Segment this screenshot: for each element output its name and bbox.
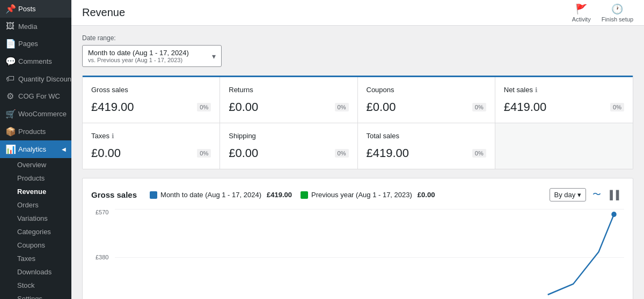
stat-value-shipping: £0.00 — [229, 146, 258, 160]
legend-checkbox-prev[interactable] — [301, 191, 308, 199]
net-sales-info-icon[interactable]: ℹ — [535, 86, 538, 94]
woocommerce-icon: 🛒 — [5, 109, 15, 119]
sidebar-label-analytics: Analytics — [18, 145, 46, 153]
legend-value-current: £419.00 — [267, 191, 292, 199]
sidebar-sub-variations[interactable]: Variations — [0, 212, 71, 225]
date-range-label: Date range: — [82, 34, 633, 42]
sidebar-sub-taxes[interactable]: Taxes — [0, 252, 71, 265]
topbar-actions: 🚩 Activity 🕐 Finish setup — [572, 3, 633, 23]
topbar: Revenue 🚩 Activity 🕐 Finish setup — [71, 0, 644, 26]
legend-label-current: Month to date (Aug 1 - 17, 2024) — [160, 191, 261, 199]
sidebar-item-woocommerce[interactable]: 🛒 WooCommerce — [0, 105, 71, 123]
sidebar-item-cog-for-wc[interactable]: ⚙ COG For WC — [0, 87, 71, 105]
stat-label-taxes: Taxes ℹ — [91, 132, 211, 140]
sidebar-sub-overview[interactable]: Overview — [0, 158, 71, 171]
date-range-main-value: Month to date (Aug 1 - 17, 2024) — [88, 49, 189, 57]
stat-coupons: Coupons £0.00 0% — [358, 77, 495, 123]
content-area: Date range: Month to date (Aug 1 - 17, 2… — [71, 26, 644, 299]
stat-gross-sales: Gross sales £419.00 0% — [83, 77, 220, 123]
chart-y-labels: £570 £380 £190 — [91, 209, 115, 299]
analytics-section: 📊 Analytics ◀ Overview Products Revenue … — [0, 140, 71, 299]
stat-badge-returns: 0% — [335, 103, 349, 111]
analytics-icon: 📊 — [5, 144, 15, 154]
sidebar-label-products: Products — [18, 128, 46, 136]
legend-label-prev: Previous year (Aug 1 - 17, 2023) — [311, 191, 412, 199]
by-day-chevron-icon: ▾ — [577, 191, 581, 199]
main-content: Revenue 🚩 Activity 🕐 Finish setup Date r… — [71, 0, 644, 299]
stat-value-net-sales: £419.00 — [504, 100, 547, 114]
y-label-380: £380 — [96, 254, 111, 260]
stats-row-2: Taxes ℹ £0.00 0% Shipping £0.00 0% — [83, 123, 633, 169]
sidebar-item-products[interactable]: 📦 Products — [0, 123, 71, 140]
sidebar-sub-settings[interactable]: Settings — [0, 292, 71, 299]
stat-label-returns: Returns — [229, 86, 348, 94]
stat-returns: Returns £0.00 0% — [220, 77, 357, 123]
comments-icon: 💬 — [5, 56, 15, 66]
stat-label-net-sales: Net sales ℹ — [504, 86, 624, 94]
sidebar-sub-downloads[interactable]: Downloads — [0, 265, 71, 279]
finish-setup-label: Finish setup — [602, 16, 633, 23]
sidebar-sub-coupons[interactable]: Coupons — [0, 238, 71, 252]
sidebar-item-posts[interactable]: 📌 Posts — [0, 0, 71, 18]
legend-value-prev: £0.00 — [418, 191, 435, 199]
chart-header: Gross sales Month to date (Aug 1 - 17, 2… — [91, 187, 624, 203]
sidebar-sub-categories[interactable]: Categories — [0, 225, 71, 238]
activity-icon: 🚩 — [575, 3, 587, 15]
stat-badge-gross-sales: 0% — [197, 103, 211, 111]
date-range-picker[interactable]: Month to date (Aug 1 - 17, 2024) vs. Pre… — [82, 45, 222, 67]
page-title: Revenue — [82, 6, 125, 19]
analytics-arrow-icon: ◀ — [62, 146, 66, 152]
media-icon: 🖼 — [5, 21, 15, 31]
sidebar-sub-products[interactable]: Products — [0, 171, 71, 185]
sidebar-item-comments[interactable]: 💬 Comments — [0, 53, 71, 70]
sidebar-label-pages: Pages — [18, 40, 38, 48]
stat-value-gross-sales: £419.00 — [91, 100, 134, 114]
stats-row-1: Gross sales £419.00 0% Returns £0.00 0% — [83, 77, 633, 123]
cog-for-wc-icon: ⚙ — [5, 91, 15, 101]
stats-panel: Gross sales £419.00 0% Returns £0.00 0% — [82, 76, 633, 169]
chart-controls: By day ▾ 〜 ▌▌ — [550, 187, 624, 203]
stat-value-returns: £0.00 — [229, 100, 258, 114]
sidebar-sub-stock[interactable]: Stock — [0, 279, 71, 292]
date-range-sub-value: vs. Previous year (Aug 1 - 17, 2023) — [88, 57, 189, 63]
stat-label-total-sales: Total sales — [367, 132, 486, 140]
activity-label: Activity — [572, 16, 591, 23]
by-day-label: By day — [554, 191, 576, 199]
stat-taxes: Taxes ℹ £0.00 0% — [83, 123, 220, 169]
taxes-info-icon[interactable]: ℹ — [112, 132, 114, 140]
sidebar-sub-orders[interactable]: Orders — [0, 198, 71, 212]
sidebar: 📌 Posts 🖼 Media 📄 Pages 💬 Comments 🏷 Qua… — [0, 0, 71, 299]
stat-label-gross-sales: Gross sales — [91, 86, 211, 94]
svg-point-0 — [611, 212, 616, 217]
sidebar-sub-revenue[interactable]: Revenue — [0, 185, 71, 198]
pages-icon: 📄 — [5, 39, 15, 49]
stat-badge-net-sales: 0% — [610, 103, 624, 111]
sidebar-item-pages[interactable]: 📄 Pages — [0, 35, 71, 53]
products-icon: 📦 — [5, 126, 15, 137]
analytics-submenu: Overview Products Revenue Orders Variati… — [0, 158, 71, 299]
stat-badge-shipping: 0% — [335, 149, 349, 158]
chart-title: Gross sales — [91, 190, 137, 199]
stat-empty — [495, 123, 633, 169]
stat-value-taxes: £0.00 — [91, 146, 121, 160]
sidebar-item-analytics[interactable]: 📊 Analytics ◀ — [0, 140, 71, 158]
chart-area: £570 £380 £190 — [91, 209, 624, 299]
stat-value-coupons: £0.00 — [367, 100, 396, 114]
line-chart-icon[interactable]: 〜 — [590, 187, 603, 203]
sidebar-label-woocommerce: WooCommerce — [18, 110, 67, 118]
legend-checkbox-current[interactable] — [150, 191, 157, 199]
sidebar-label-quantity-discounts: Quantity Discounts — [18, 75, 71, 83]
activity-button[interactable]: 🚩 Activity — [572, 3, 591, 23]
stat-badge-total-sales: 0% — [472, 149, 486, 158]
chart-legend-current: Month to date (Aug 1 - 17, 2024) £419.00 — [150, 191, 292, 199]
sidebar-label-comments: Comments — [18, 57, 52, 65]
chart-svg — [115, 209, 624, 299]
bar-chart-icon[interactable]: ▌▌ — [608, 188, 624, 202]
sidebar-item-media[interactable]: 🖼 Media — [0, 18, 71, 35]
stat-label-shipping: Shipping — [229, 132, 348, 140]
quantity-discounts-icon: 🏷 — [5, 74, 15, 84]
finish-setup-button[interactable]: 🕐 Finish setup — [602, 3, 633, 23]
by-day-select[interactable]: By day ▾ — [550, 188, 587, 201]
sidebar-item-quantity-discounts[interactable]: 🏷 Quantity Discounts — [0, 70, 71, 87]
stat-badge-taxes: 0% — [197, 149, 211, 158]
